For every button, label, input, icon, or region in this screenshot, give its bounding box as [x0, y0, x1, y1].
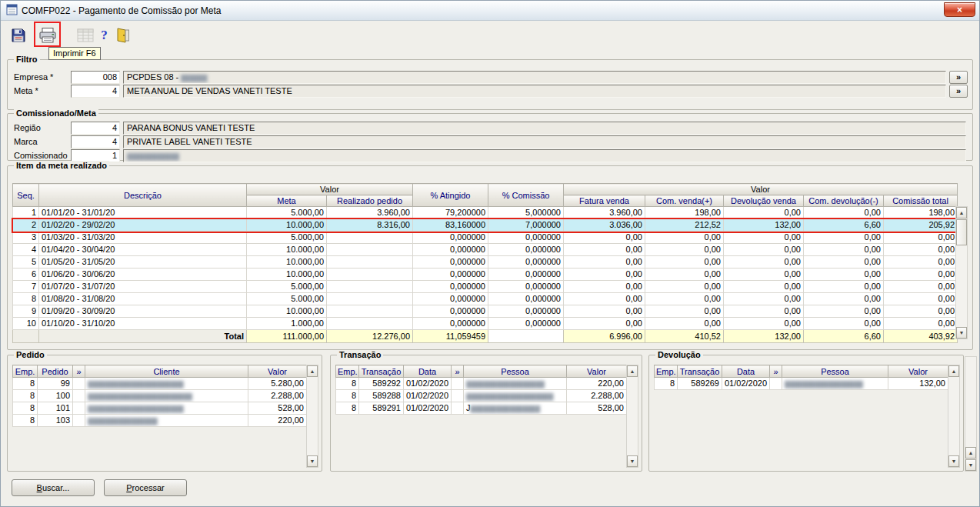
cell-realizado	[327, 269, 413, 281]
cell-fatura: 3.036,00	[564, 219, 645, 232]
col-header-transacao[interactable]: Transação	[359, 365, 404, 378]
meta-row[interactable]: 7 01/07/20 - 31/07/20 5.000,00 0,000000 …	[13, 281, 958, 293]
pedido-scrollbar[interactable]: ▲ ▼	[306, 365, 318, 468]
col-header-cliente[interactable]: Cliente	[85, 365, 248, 378]
pedido-row[interactable]: 8 101 ██████████████████████ 528,00	[13, 402, 307, 415]
app-window: COMFP022 - Pagamento de Comissão por Met…	[0, 0, 980, 507]
scroll-up-icon[interactable]: ▲	[627, 365, 638, 377]
description-text: PRIVATE LABEL VANETI TESTE	[127, 137, 252, 146]
col-header-transacao[interactable]: Transação	[678, 365, 722, 378]
processar-accesskey: P	[126, 483, 132, 492]
col-header-comissao[interactable]: % Comissão	[488, 184, 564, 207]
description-field[interactable]: PARANA BONUS VANETI TESTE	[123, 122, 966, 135]
meta-grid-scrollbar[interactable]: ▲ ▼	[955, 206, 968, 339]
col-header-seq[interactable]: Seq.	[13, 184, 39, 207]
buscar-label: uscar...	[42, 483, 69, 492]
print-button[interactable]	[36, 24, 58, 46]
devolucao-scrollbar[interactable]: ▲ ▼	[948, 365, 960, 468]
transacao-row[interactable]: 8 589288 01/02/2020 ████████████████████…	[336, 390, 627, 402]
cell-valor: 2.288,00	[248, 390, 307, 402]
col-header-emp[interactable]: Emp.	[13, 365, 38, 378]
save-button[interactable]	[7, 24, 29, 46]
description-field[interactable]: PRIVATE LABEL VANETI TESTE	[123, 135, 966, 148]
col-header-data[interactable]: Data	[722, 365, 770, 378]
bottom-pane-scrollbar[interactable]: ▲ ▼	[965, 356, 977, 472]
meta-row[interactable]: 1 01/01/20 - 31/01/20 5.000,00 3.960,00 …	[13, 207, 958, 219]
meta-row[interactable]: 9 01/09/20 - 30/09/20 10.000,00 0,000000…	[13, 305, 958, 318]
scroll-down-icon[interactable]: ▼	[965, 459, 976, 471]
scrollbar-thumb[interactable]	[956, 219, 967, 245]
cell-comissao-total: 0,00	[884, 305, 958, 318]
meta-row[interactable]: 5 01/05/20 - 31/05/20 10.000,00 0,000000…	[13, 256, 958, 269]
cell-devolucao-venda: 0,00	[724, 256, 804, 269]
code-field[interactable]: 4	[71, 135, 120, 148]
scroll-down-icon[interactable]: ▼	[627, 455, 638, 467]
col-header-emp[interactable]: Emp.	[655, 365, 678, 378]
description-field[interactable]: META ANUAL DE VENDAS VANETI TESTE	[123, 85, 946, 98]
meta-row[interactable]: 4 01/04/20 - 30/04/20 10.000,00 0,000000…	[13, 244, 958, 256]
code-field[interactable]: 008	[71, 71, 120, 84]
field-label: Comissionado	[14, 151, 68, 160]
meta-row[interactable]: 3 01/03/20 - 31/03/20 5.000,00 0,000000 …	[13, 232, 958, 244]
pedido-row[interactable]: 8 99 ██████████████████████ 5.280,00	[13, 378, 307, 390]
cell-seq: 2	[13, 219, 39, 232]
processar-button[interactable]: Processar	[104, 479, 187, 496]
col-header-realizado[interactable]: Realizado pedido	[327, 195, 413, 207]
col-header-data[interactable]: Data	[404, 365, 452, 378]
cell-com-venda: 0,00	[645, 232, 724, 244]
comissionado-row: Região 4 PARANA BONUS VANETI TESTE	[8, 122, 972, 135]
transacao-scrollbar[interactable]: ▲ ▼	[626, 365, 638, 468]
transacao-row[interactable]: 8 589291 01/02/2020 J████████████████ 52…	[336, 402, 627, 415]
scroll-down-icon[interactable]: ▼	[948, 455, 959, 467]
col-header-com-devolucao[interactable]: Com. devolução(-)	[804, 195, 884, 207]
scroll-up-icon[interactable]: ▲	[948, 365, 959, 377]
comissionado-row: Marca 4 PRIVATE LABEL VANETI TESTE	[8, 135, 972, 148]
lookup-button[interactable]: »	[949, 85, 968, 98]
lookup-button[interactable]: »	[949, 71, 968, 84]
scroll-up-icon[interactable]: ▲	[307, 365, 318, 377]
cell-emp: 8	[13, 402, 38, 415]
scroll-down-icon[interactable]: ▼	[307, 455, 318, 467]
col-header-more[interactable]: »	[73, 365, 85, 378]
col-header-atingido[interactable]: % Atingido	[413, 184, 488, 207]
scroll-down-icon[interactable]: ▼	[956, 327, 967, 339]
col-header-com-venda[interactable]: Com. venda(+)	[645, 195, 724, 207]
meta-row[interactable]: 6 01/06/20 - 30/06/20 10.000,00 0,000000…	[13, 269, 958, 281]
col-header-comissao-total[interactable]: Comissão total	[884, 195, 958, 207]
code-field[interactable]: 4	[71, 122, 120, 135]
exit-button[interactable]	[112, 24, 134, 46]
description-field[interactable]: ████████████	[123, 149, 966, 162]
meta-row[interactable]: 10 01/10/20 - 31/10/20 1.000,00 0,000000…	[13, 318, 958, 330]
col-header-valor[interactable]: Valor	[567, 365, 627, 378]
col-header-valor[interactable]: Valor	[888, 365, 948, 378]
col-header-devolucao-venda[interactable]: Devolução venda	[724, 195, 804, 207]
col-header-valor[interactable]: Valor	[248, 365, 307, 378]
col-header-pessoa[interactable]: Pessoa	[464, 365, 567, 378]
meta-row[interactable]: 2 01/02/20 - 29/02/20 10.000,00 8.316,00…	[13, 219, 958, 232]
cell-data: 01/02/2020	[404, 402, 452, 415]
scroll-up-icon[interactable]: ▲	[965, 447, 976, 459]
code-field[interactable]: 4	[71, 85, 120, 98]
description-field[interactable]: PCPDES 08 - ██████	[123, 71, 946, 84]
col-header-more[interactable]: »	[452, 365, 464, 378]
col-header-pessoa[interactable]: Pessoa	[782, 365, 888, 378]
cell-seq: 9	[13, 305, 39, 318]
col-header-meta[interactable]: Meta	[247, 195, 327, 207]
col-header-emp[interactable]: Emp.	[336, 365, 359, 378]
col-header-pedido[interactable]: Pedido	[38, 365, 73, 378]
col-header-fatura[interactable]: Fatura venda	[564, 195, 645, 207]
cell-comissao: 5,000000	[488, 207, 564, 219]
close-button[interactable]: ×	[944, 2, 975, 17]
meta-row[interactable]: 8 01/08/20 - 31/08/20 5.000,00 0,000000 …	[13, 293, 958, 305]
cell-comissao-total: 198,00	[884, 207, 958, 219]
pedido-row[interactable]: 8 100 ████████████████████████ 2.288,00	[13, 390, 307, 402]
cell-pedido: 101	[38, 402, 73, 415]
scroll-up-icon[interactable]: ▲	[956, 207, 967, 218]
pedido-row[interactable]: 8 103 ████████████████ 220,00	[13, 415, 307, 427]
col-header-more[interactable]: »	[770, 365, 782, 378]
col-header-descricao[interactable]: Descrição	[39, 184, 247, 207]
col-group-valor: Valor	[247, 184, 413, 195]
transacao-row[interactable]: 8 589292 01/02/2020 ██████████████████ 2…	[336, 378, 627, 390]
devolucao-row[interactable]: 8 589269 01/02/2020 ██████████████████ 1…	[655, 378, 948, 390]
buscar-button[interactable]: Buscar...	[12, 479, 95, 496]
